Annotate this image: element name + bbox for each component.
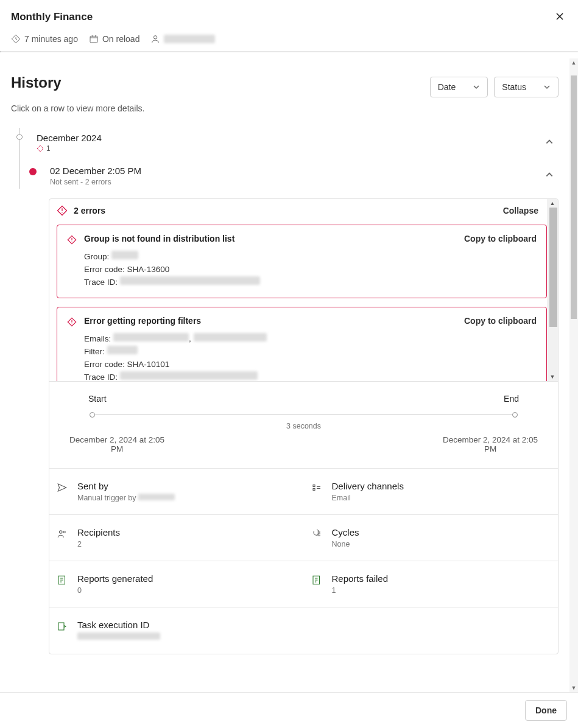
reports-generated-value: 0 xyxy=(77,586,153,595)
diamond-error-icon xyxy=(67,317,77,327)
history-heading: History xyxy=(11,74,62,91)
start-end-section: Start End 3 seconds December 2, 2024 at … xyxy=(49,382,558,468)
close-button[interactable] xyxy=(552,9,567,26)
error-trace-value-redacted xyxy=(120,276,260,285)
diamond-error-icon xyxy=(67,235,77,245)
error-group-label: Group: xyxy=(84,252,109,261)
scroll-up-arrow[interactable]: ▲ xyxy=(547,199,558,208)
error-trace-value-redacted xyxy=(120,371,258,380)
report-ok-icon xyxy=(57,575,68,586)
svg-point-3 xyxy=(63,531,65,533)
event-error-dot-icon xyxy=(29,168,37,175)
task-id-label: Task execution ID xyxy=(77,620,160,630)
svg-rect-0 xyxy=(90,36,97,43)
close-icon xyxy=(555,12,565,21)
errors-scrollbar[interactable]: ▲ ▼ xyxy=(547,199,558,381)
filter-status-label: Status xyxy=(502,82,526,92)
filter-status[interactable]: Status xyxy=(494,77,559,97)
meta-owner xyxy=(150,34,215,44)
owner-name-redacted xyxy=(164,35,215,43)
error-emails-value-redacted xyxy=(194,333,267,341)
detail-task-execution-id: Task execution ID xyxy=(49,607,304,654)
detail-reports-failed: Reports failed 1 xyxy=(304,561,559,607)
recipients-value: 2 xyxy=(77,540,120,548)
reports-failed-label: Reports failed xyxy=(332,573,389,584)
sent-by-prefix: Manual trigger by xyxy=(77,494,138,502)
error-card: Group is not found in distribution list … xyxy=(57,225,547,298)
task-id-icon xyxy=(57,621,68,632)
sent-by-user-redacted xyxy=(138,494,175,500)
send-icon xyxy=(57,482,68,493)
errors-summary: 2 errors xyxy=(74,206,105,215)
end-datetime: December 2, 2024 at 2:05 PM xyxy=(439,435,542,453)
chevron-down-icon xyxy=(543,83,551,91)
month-dot-icon xyxy=(16,134,23,140)
cycles-label: Cycles xyxy=(332,527,359,537)
svg-point-2 xyxy=(60,531,63,534)
month-label: December 2024 xyxy=(37,133,532,143)
start-datetime: December 2, 2024 at 2:05 PM xyxy=(65,435,169,453)
report-fail-icon xyxy=(311,575,322,586)
error-trace-label: Trace ID: xyxy=(84,278,118,287)
diamond-clock-icon xyxy=(11,34,21,44)
event-details-panel: ▲ ▼ 2 errors Collapse xyxy=(49,198,559,654)
main-scrollbar[interactable]: ▲ ▼ xyxy=(569,58,578,692)
error-title: Group is not found in distribution list xyxy=(84,234,234,243)
detail-reports-generated: Reports generated 0 xyxy=(49,561,304,607)
month-count: 1 xyxy=(46,144,51,153)
diamond-error-icon xyxy=(37,145,44,152)
filter-date[interactable]: Date xyxy=(430,77,488,97)
reload-text: On reload xyxy=(102,34,139,44)
error-title: Error getting reporting filters xyxy=(84,316,201,326)
task-id-value-redacted xyxy=(77,632,160,640)
channels-icon xyxy=(311,482,322,493)
diamond-error-icon xyxy=(57,205,68,216)
error-emails-value-redacted xyxy=(113,333,189,341)
error-trace-label: Trace ID: xyxy=(84,373,118,381)
sent-by-label: Sent by xyxy=(77,481,175,491)
errors-collapse-button[interactable]: Collapse xyxy=(503,206,545,215)
delivery-value: Email xyxy=(332,494,404,502)
reports-generated-label: Reports generated xyxy=(77,573,153,584)
end-label: End xyxy=(504,394,519,404)
duration-label: 3 seconds xyxy=(65,422,542,430)
event-subtitle: Not sent - 2 errors xyxy=(50,178,532,186)
error-code: Error code: SHA-13600 xyxy=(84,264,537,276)
scrollbar-thumb[interactable] xyxy=(549,208,557,327)
start-knob-icon xyxy=(90,412,95,418)
error-code: Error code: SHA-10101 xyxy=(84,359,537,371)
start-label: Start xyxy=(88,394,107,404)
scrollbar-thumb[interactable] xyxy=(571,75,577,319)
meta-reload: On reload xyxy=(89,34,139,44)
error-emails-label: Emails: xyxy=(84,334,111,343)
chevron-down-icon xyxy=(473,83,480,91)
scroll-down-arrow[interactable]: ▼ xyxy=(569,684,578,692)
cycles-value: None xyxy=(332,540,359,548)
detail-delivery-channels: Delivery channels Email xyxy=(304,469,559,514)
copy-to-clipboard-button[interactable]: Copy to clipboard xyxy=(464,234,537,243)
recipients-label: Recipients xyxy=(77,527,120,537)
cycles-icon xyxy=(311,528,322,539)
detail-sent-by: Sent by Manual trigger by xyxy=(49,469,304,514)
history-event-row[interactable]: 02 December 2:05 PM Not sent - 2 errors xyxy=(11,153,559,190)
scroll-down-arrow[interactable]: ▼ xyxy=(547,373,558,381)
time-ago-text: 7 minutes ago xyxy=(24,34,78,44)
month-collapse-button[interactable] xyxy=(540,133,559,153)
page-title: Monthly Finance xyxy=(11,11,93,23)
detail-cycles: Cycles None xyxy=(304,515,559,561)
scroll-up-arrow[interactable]: ▲ xyxy=(569,58,578,67)
person-icon xyxy=(150,34,160,44)
reports-failed-value: 1 xyxy=(332,586,389,595)
event-collapse-button[interactable] xyxy=(540,166,559,186)
people-icon xyxy=(57,528,68,539)
copy-to-clipboard-button[interactable]: Copy to clipboard xyxy=(464,316,537,326)
calendar-icon xyxy=(89,34,99,44)
month-group[interactable]: December 2024 1 xyxy=(11,124,559,153)
done-button[interactable]: Done xyxy=(525,700,567,721)
history-hint: Click on a row to view more details. xyxy=(0,97,569,113)
detail-recipients: Recipients 2 xyxy=(49,515,304,561)
svg-point-1 xyxy=(154,36,157,39)
error-filter-label: Filter: xyxy=(84,347,105,356)
error-card: Error getting reporting filters Copy to … xyxy=(57,307,547,381)
filter-date-label: Date xyxy=(438,82,456,92)
